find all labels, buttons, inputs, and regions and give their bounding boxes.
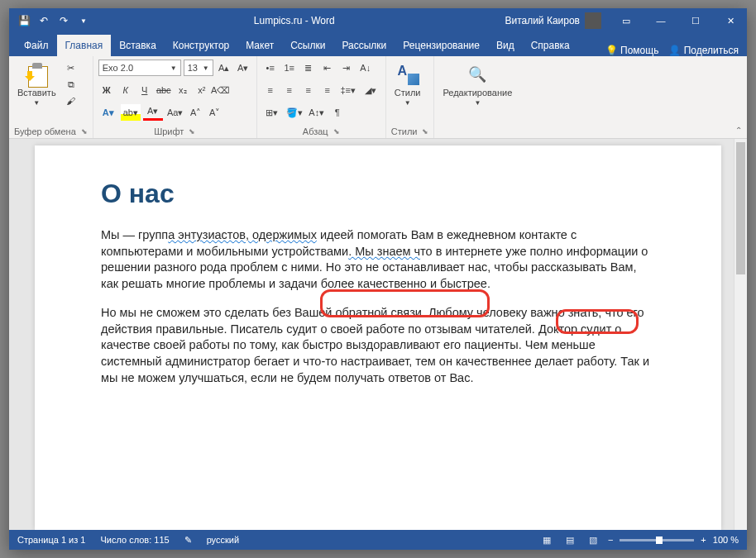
tab-view[interactable]: Вид xyxy=(488,35,523,56)
word-count[interactable]: Число слов: 115 xyxy=(100,535,169,545)
read-mode-icon[interactable]: ▦ xyxy=(538,533,555,546)
page[interactable]: О нас Мы — группа энтузиастов, одержимых… xyxy=(35,145,721,530)
grow-font-icon[interactable]: A▴ xyxy=(216,60,232,76)
styles-icon xyxy=(396,64,419,85)
tab-references[interactable]: Ссылки xyxy=(282,35,333,56)
change-case-icon[interactable]: Aa▾ xyxy=(165,104,185,121)
group-paragraph: •≡ 1≡ ≣ ⇤ ⇥ A↓ ≡ ≡ ≡ ≡ ‡≡▾ ◢▾ ⊞▾ � xyxy=(257,56,386,138)
close-icon[interactable]: ✕ xyxy=(714,8,747,33)
ribbon-tabs: Файл Главная Вставка Конструктор Макет С… xyxy=(9,33,747,56)
clear-format-icon[interactable]: A⌫ xyxy=(213,82,229,98)
chevron-down-icon: ▼ xyxy=(33,99,40,107)
tab-file[interactable]: Файл xyxy=(16,35,57,56)
language-indicator[interactable]: русский xyxy=(207,535,239,545)
minimize-icon[interactable]: — xyxy=(644,8,677,33)
copy-icon[interactable]: ⧉ xyxy=(63,76,79,93)
show-marks-icon[interactable]: ¶ xyxy=(329,104,346,121)
group-font: Exo 2.0▼ 13▼ A▴ A▾ Ж К Ч abc x₂ x² A⌫ A▾… xyxy=(93,56,257,138)
tab-layout[interactable]: Макет xyxy=(237,35,282,56)
user-account[interactable]: Виталий Каиров xyxy=(498,12,608,29)
paragraph-2: Но мы не сможем это сделать без Вашей об… xyxy=(101,305,655,386)
tab-insert[interactable]: Вставка xyxy=(111,35,165,56)
increase-indent-icon[interactable]: ⇥ xyxy=(338,60,355,76)
undo-icon[interactable]: ↶ xyxy=(37,14,50,27)
zoom-level[interactable]: 100 % xyxy=(713,535,739,545)
group-styles: Стили ▼ Стили⬊ xyxy=(386,56,435,138)
group-editing: 🔍 Редактирование ▼ xyxy=(434,56,520,138)
subscript-icon[interactable]: x₂ xyxy=(175,82,191,98)
heading: О нас xyxy=(101,179,655,209)
qat-customize-icon[interactable]: ▼ xyxy=(77,14,90,27)
share-button[interactable]: 👤 Поделиться xyxy=(668,45,739,56)
ribbon-display-icon[interactable]: ▭ xyxy=(610,8,643,33)
decrease-indent-icon[interactable]: ⇤ xyxy=(319,60,336,76)
vertical-scrollbar[interactable] xyxy=(734,139,747,530)
justify-icon[interactable]: ≡ xyxy=(319,82,336,98)
chevron-down-icon: ▼ xyxy=(404,99,411,107)
scrollbar-thumb[interactable] xyxy=(736,142,745,274)
dialog-launcher-icon[interactable]: ⬊ xyxy=(422,127,428,136)
redo-icon[interactable]: ↷ xyxy=(57,14,70,27)
zoom-slider[interactable] xyxy=(620,539,694,541)
tell-me[interactable]: 💡 Помощь xyxy=(605,45,659,56)
app-window: 💾 ↶ ↷ ▼ Lumpics.ru - Word Виталий Каиров… xyxy=(9,8,747,550)
search-icon: 🔍 xyxy=(466,63,489,86)
shading2-icon[interactable]: 🪣▾ xyxy=(285,104,304,121)
tab-design[interactable]: Конструктор xyxy=(165,35,237,56)
line-spacing-icon[interactable]: ‡≡▾ xyxy=(338,82,358,98)
tab-review[interactable]: Рецензирование xyxy=(395,35,488,56)
format-painter-icon[interactable]: 🖌 xyxy=(63,93,79,109)
dialog-launcher-icon[interactable]: ⬊ xyxy=(333,127,340,136)
superscript-icon[interactable]: x² xyxy=(194,82,210,98)
borders-icon[interactable]: ⊞▾ xyxy=(262,104,282,121)
shrink-font2-icon[interactable]: A˅ xyxy=(207,104,223,121)
bullets-icon[interactable]: •≡ xyxy=(262,60,279,76)
align-right-icon[interactable]: ≡ xyxy=(300,82,317,98)
tab-home[interactable]: Главная xyxy=(57,35,112,56)
tab-mailings[interactable]: Рассылки xyxy=(333,35,395,56)
dialog-launcher-icon[interactable]: ⬊ xyxy=(189,127,195,136)
highlight-icon[interactable]: ab▾ xyxy=(121,104,141,121)
multilevel-icon[interactable]: ≣ xyxy=(300,60,317,76)
font-size-combo[interactable]: 13▼ xyxy=(184,60,213,76)
paste-button[interactable]: Вставить ▼ xyxy=(14,60,60,110)
group-clipboard: Вставить ▼ ✂ ⧉ 🖌 Буфер обмена⬊ xyxy=(9,56,93,138)
tab-help[interactable]: Справка xyxy=(523,35,578,56)
styles-button[interactable]: Стили ▼ xyxy=(391,60,424,110)
paste-icon xyxy=(25,61,48,88)
statusbar: Страница 1 из 1 Число слов: 115 ✎ русски… xyxy=(9,530,747,550)
font-name-combo[interactable]: Exo 2.0▼ xyxy=(98,60,181,76)
window-title: Lumpics.ru - Word xyxy=(90,15,498,26)
align-left-icon[interactable]: ≡ xyxy=(262,82,279,98)
numbering-icon[interactable]: 1≡ xyxy=(281,60,298,76)
spellcheck-icon[interactable]: ✎ xyxy=(184,535,192,546)
zoom-in-icon[interactable]: + xyxy=(701,535,706,545)
align-center-icon[interactable]: ≡ xyxy=(281,82,298,98)
page-indicator[interactable]: Страница 1 из 1 xyxy=(17,535,85,545)
maximize-icon[interactable]: ☐ xyxy=(679,8,712,33)
strikethrough-icon[interactable]: abc xyxy=(156,82,172,98)
avatar xyxy=(585,12,601,29)
dialog-launcher-icon[interactable]: ⬊ xyxy=(81,127,88,136)
ribbon: Вставить ▼ ✂ ⧉ 🖌 Буфер обмена⬊ Exo 2.0▼ … xyxy=(9,56,747,139)
editing-button[interactable]: 🔍 Редактирование ▼ xyxy=(439,60,515,110)
underline-icon[interactable]: Ч xyxy=(136,82,153,98)
chevron-down-icon: ▼ xyxy=(474,99,481,107)
web-layout-icon[interactable]: ▧ xyxy=(585,533,601,546)
text-effects-icon[interactable]: A▾ xyxy=(98,104,118,121)
bold-icon[interactable]: Ж xyxy=(98,82,115,98)
save-icon[interactable]: 💾 xyxy=(17,14,31,27)
cut-icon[interactable]: ✂ xyxy=(63,60,79,76)
font-color-icon[interactable]: A▾ xyxy=(143,104,163,121)
collapse-ribbon-icon[interactable]: ⌃ xyxy=(735,126,742,135)
grow-font2-icon[interactable]: A˄ xyxy=(188,104,204,121)
shrink-font-icon[interactable]: A▾ xyxy=(235,60,251,76)
zoom-out-icon[interactable]: − xyxy=(608,535,613,545)
sort2-icon[interactable]: A↕▾ xyxy=(307,104,327,121)
document-area: О нас Мы — группа энтузиастов, одержимых… xyxy=(9,139,747,530)
print-layout-icon[interactable]: ▤ xyxy=(562,533,578,546)
titlebar: 💾 ↶ ↷ ▼ Lumpics.ru - Word Виталий Каиров… xyxy=(9,8,747,33)
sort-icon[interactable]: A↓ xyxy=(357,60,374,76)
shading-icon[interactable]: ◢▾ xyxy=(361,82,380,98)
italic-icon[interactable]: К xyxy=(117,82,134,98)
